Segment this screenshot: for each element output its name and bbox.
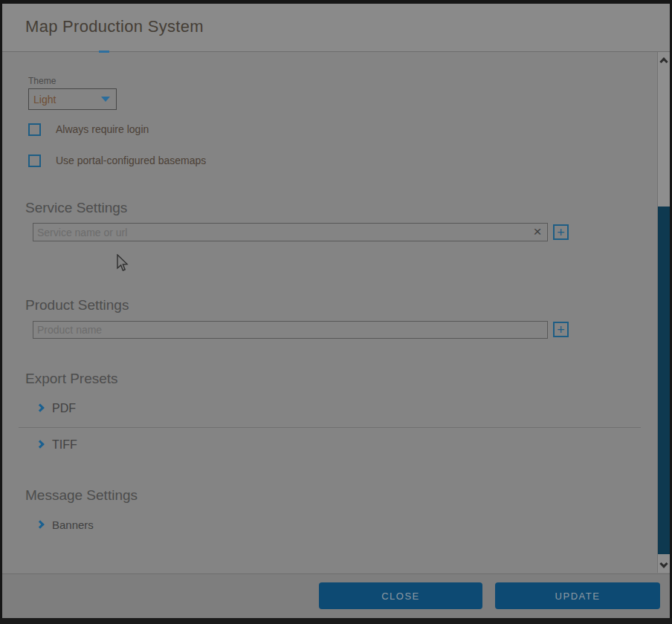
export-preset-pdf[interactable]: PDF — [52, 402, 76, 415]
export-preset-tiff[interactable]: TIFF — [52, 438, 77, 452]
close-button[interactable]: CLOSE — [319, 582, 482, 609]
portal-basemaps-label: Use portal-configured basemaps — [56, 155, 206, 166]
update-button[interactable]: UPDATE — [495, 582, 660, 609]
theme-label: Theme — [28, 76, 56, 86]
row-divider — [19, 427, 641, 428]
plus-icon: + — [557, 324, 565, 336]
scrollbar-thumb[interactable] — [658, 207, 670, 554]
export-presets-heading: Export Presets — [25, 371, 118, 387]
message-setting-banners[interactable]: Banners — [52, 519, 94, 531]
dialog-title: Map Production System — [25, 17, 204, 36]
chevron-down-icon — [101, 97, 110, 102]
add-product-button[interactable]: + — [553, 322, 569, 337]
window-bottom-edge — [0, 618, 672, 624]
always-require-login-checkbox[interactable] — [28, 123, 41, 136]
theme-selected-value: Light — [33, 94, 101, 105]
scrolled-element-sliver — [99, 51, 109, 53]
always-require-login-label: Always require login — [56, 123, 149, 135]
clear-icon[interactable]: × — [529, 224, 546, 240]
message-settings-heading: Message Settings — [25, 487, 138, 504]
service-name-input[interactable] — [33, 223, 548, 241]
theme-dropdown[interactable]: Light — [28, 88, 117, 110]
add-service-button[interactable]: + — [553, 224, 569, 240]
service-settings-heading: Service Settings — [25, 200, 127, 216]
portal-basemaps-checkbox[interactable] — [28, 155, 41, 167]
mouse-cursor-icon — [116, 254, 129, 273]
plus-icon: + — [557, 227, 565, 238]
product-settings-heading: Product Settings — [25, 297, 129, 313]
product-name-input[interactable] — [33, 321, 548, 339]
